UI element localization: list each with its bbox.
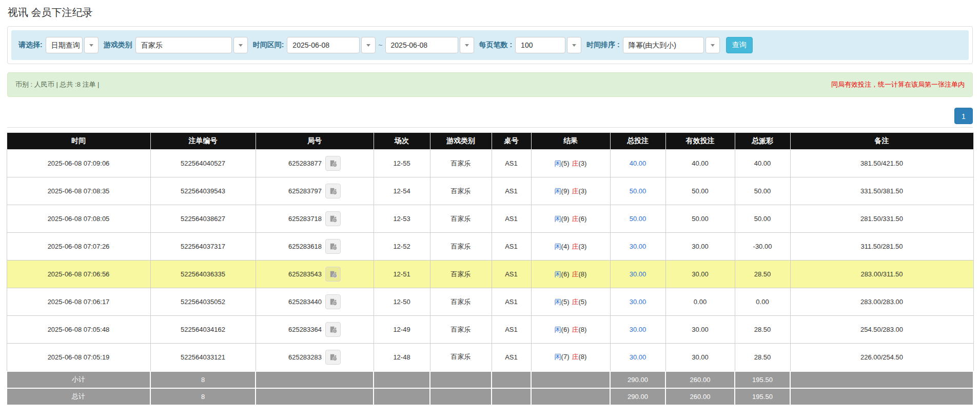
date-range-label: 时间区间: — [253, 41, 284, 50]
cell-game-type: 百家乐 — [430, 150, 492, 177]
chevron-down-icon[interactable] — [233, 37, 248, 53]
date-to-value[interactable]: 2025-06-08 — [385, 37, 458, 53]
cell-result: 闲(5)庄(3) — [531, 150, 610, 177]
cell-payout: 28.50 — [735, 316, 790, 344]
video-replay-button[interactable] — [325, 156, 341, 171]
cell-bet-id: 522564033121 — [150, 344, 256, 371]
total-bet-link[interactable]: 40.00 — [630, 159, 646, 167]
round-id-value: 625283877 — [288, 159, 322, 167]
video-replay-button[interactable] — [325, 350, 341, 365]
chevron-down-icon[interactable] — [84, 37, 99, 53]
total-bet-link[interactable]: 30.00 — [630, 243, 646, 250]
chevron-down-icon[interactable] — [460, 37, 474, 53]
total-bet-link[interactable]: 30.00 — [630, 326, 646, 333]
banker-result-score: (8) — [579, 353, 587, 361]
date-from-select[interactable]: 2025-06-08 — [287, 37, 376, 53]
pagination: 1 — [7, 108, 973, 128]
game-type-value[interactable]: 百家乐 — [135, 37, 232, 53]
cell-session: 12-49 — [374, 316, 430, 344]
player-result-label: 闲 — [555, 326, 561, 333]
date-to-select[interactable]: 2025-06-08 — [385, 37, 474, 53]
col-payout: 总派彩 — [735, 133, 790, 150]
cell-note: 281.50/331.50 — [790, 205, 973, 233]
round-id-value: 625283440 — [288, 298, 322, 306]
cell-round-id: 625283364 — [256, 316, 374, 344]
cell-round-id: 625283283 — [256, 344, 374, 371]
cell-time: 2025-06-08 07:08:35 — [7, 177, 150, 205]
video-film-icon — [329, 187, 338, 195]
total-valid-bet: 260.00 — [665, 388, 735, 405]
player-result-score: (4) — [561, 243, 570, 250]
cell-table-no: AS1 — [492, 205, 531, 233]
cell-round-id: 625283618 — [256, 233, 374, 261]
page-size-select[interactable]: 100 — [515, 37, 581, 53]
cell-result: 闲(9)庄(3) — [531, 177, 610, 205]
video-replay-button[interactable] — [325, 184, 341, 198]
search-button[interactable]: 查询 — [726, 37, 753, 53]
table-row: 2025-06-08 07:05:48 522564034162 6252833… — [7, 316, 973, 344]
cell-session: 12-52 — [374, 233, 430, 261]
video-replay-button[interactable] — [325, 267, 341, 282]
total-bet-link[interactable]: 30.00 — [630, 298, 646, 306]
total-bet-link[interactable]: 30.00 — [630, 353, 646, 361]
col-round-id: 局号 — [256, 133, 374, 150]
page-size-label: 每页笔数 : — [479, 41, 513, 50]
cell-total-bet: 40.00 — [610, 150, 665, 177]
cell-note: 381.50/421.50 — [790, 150, 973, 177]
date-from-value[interactable]: 2025-06-08 — [287, 37, 360, 53]
cell-time: 2025-06-08 07:09:06 — [7, 150, 150, 177]
cell-table-no: AS1 — [492, 261, 531, 288]
player-result-label: 闲 — [555, 270, 561, 278]
filter-bar: 请选择: 日期查询 游戏类别 百家乐 时间区间: 2025-06-08 ~ 20… — [11, 30, 969, 60]
col-total-bet: 总投注 — [610, 133, 665, 150]
query-type-value[interactable]: 日期查询 — [46, 37, 83, 53]
cell-game-type: 百家乐 — [430, 288, 492, 316]
subtotal-valid-bet: 260.00 — [665, 371, 735, 388]
time-sort-value[interactable]: 降幂(由大到小) — [623, 37, 704, 53]
banker-result-label: 庄 — [572, 215, 579, 223]
cell-session: 12-48 — [374, 344, 430, 371]
game-type-select[interactable]: 百家乐 — [135, 37, 248, 53]
cell-result: 闲(4)庄(3) — [531, 233, 610, 261]
chevron-down-icon[interactable] — [361, 37, 376, 53]
cell-game-type: 百家乐 — [430, 316, 492, 344]
video-replay-button[interactable] — [325, 211, 341, 226]
col-time: 时间 — [7, 133, 150, 150]
banker-result-label: 庄 — [572, 187, 579, 195]
page-1-button[interactable]: 1 — [954, 108, 973, 124]
round-id-value: 625283364 — [288, 326, 322, 333]
total-bet-link[interactable]: 30.00 — [630, 270, 646, 278]
cell-session: 12-54 — [374, 177, 430, 205]
video-replay-button[interactable] — [325, 294, 341, 309]
cell-time: 2025-06-08 07:06:17 — [7, 288, 150, 316]
cell-payout: 0.00 — [735, 288, 790, 316]
chevron-down-icon[interactable] — [705, 37, 720, 53]
table-row: 2025-06-08 07:05:19 522564033121 6252832… — [7, 344, 973, 371]
cell-result: 闲(9)庄(6) — [531, 205, 610, 233]
time-sort-select[interactable]: 降幂(由大到小) — [623, 37, 720, 53]
cell-total-bet: 30.00 — [610, 344, 665, 371]
round-id-value: 625283283 — [288, 353, 322, 361]
video-film-icon — [329, 242, 338, 251]
page-size-value[interactable]: 100 — [515, 37, 565, 53]
round-id-value: 625283543 — [288, 270, 322, 278]
col-note: 备注 — [790, 133, 973, 150]
cell-time: 2025-06-08 07:05:48 — [7, 316, 150, 344]
cell-total-bet: 30.00 — [610, 288, 665, 316]
chevron-down-icon[interactable] — [567, 37, 581, 53]
total-bet-link[interactable]: 50.00 — [630, 187, 646, 195]
cell-payout: 50.00 — [735, 205, 790, 233]
query-type-select[interactable]: 日期查询 — [46, 37, 99, 53]
banker-result-score: (5) — [579, 298, 587, 306]
col-game-type: 游戏类别 — [430, 133, 492, 150]
banker-result-label: 庄 — [572, 298, 579, 306]
banker-result-score: (8) — [579, 326, 587, 333]
cell-time: 2025-06-08 07:08:05 — [7, 205, 150, 233]
total-bet-link[interactable]: 50.00 — [630, 215, 646, 223]
video-replay-button[interactable] — [325, 322, 341, 337]
player-result-score: (7) — [561, 353, 570, 361]
video-film-icon — [329, 159, 338, 168]
player-result-score: (5) — [561, 159, 570, 167]
table-footer: 小计 8 290.00 260.00 195.50 总计 8 290.00 26… — [7, 371, 973, 405]
video-replay-button[interactable] — [325, 239, 341, 254]
